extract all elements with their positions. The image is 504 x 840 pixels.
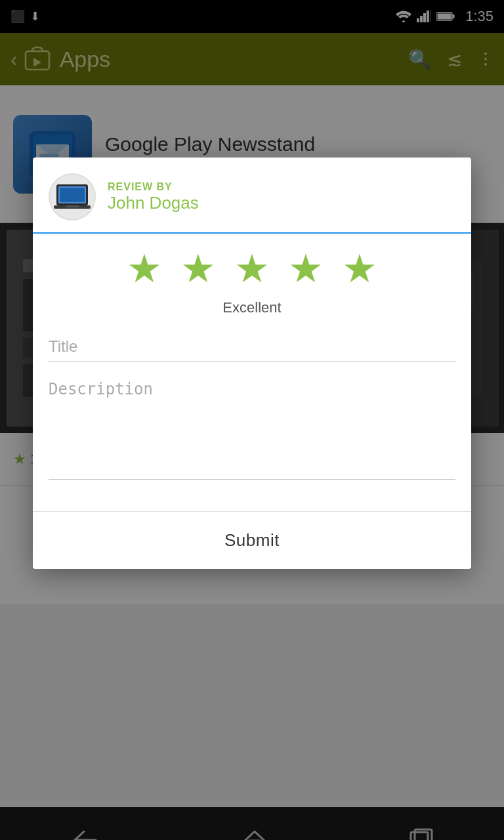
- rating-label: Excellent: [49, 299, 455, 316]
- dialog-star-2[interactable]: ★: [180, 249, 216, 289]
- dialog-star-4[interactable]: ★: [288, 249, 324, 289]
- dialog-star-3[interactable]: ★: [234, 249, 270, 289]
- laptop-avatar-icon: [54, 183, 91, 211]
- dialog-star-1[interactable]: ★: [127, 249, 162, 289]
- review-by-label: REVIEW BY: [108, 181, 199, 193]
- description-input[interactable]: [49, 375, 455, 480]
- description-field[interactable]: [49, 375, 455, 482]
- review-dialog: REVIEW BY John Dogas ★ ★ ★ ★ ★ Excellent…: [33, 158, 471, 569]
- submit-button[interactable]: Submit: [198, 525, 306, 556]
- dialog-header: REVIEW BY John Dogas: [33, 158, 471, 220]
- rating-stars-row[interactable]: ★ ★ ★ ★ ★: [49, 249, 455, 289]
- svg-rect-40: [60, 188, 85, 202]
- reviewer-name: John Dogas: [108, 193, 199, 213]
- reviewer-avatar: [49, 173, 96, 220]
- reviewer-info: REVIEW BY John Dogas: [108, 181, 199, 213]
- title-input[interactable]: [49, 332, 455, 362]
- svg-rect-42: [66, 205, 79, 207]
- dialog-star-5[interactable]: ★: [342, 249, 377, 289]
- title-field[interactable]: [49, 332, 455, 362]
- dialog-body: ★ ★ ★ ★ ★ Excellent: [33, 234, 471, 511]
- dialog-footer: Submit: [33, 511, 471, 569]
